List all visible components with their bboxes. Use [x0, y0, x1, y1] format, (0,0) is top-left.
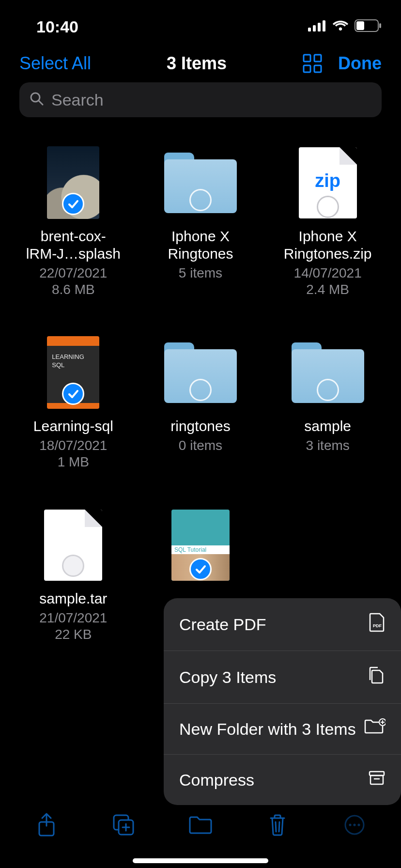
search-icon	[29, 91, 45, 108]
svg-rect-10	[314, 65, 321, 72]
file-name: Learning-sql	[31, 418, 116, 435]
selection-circle	[62, 555, 84, 577]
folder-item[interactable]: ringtones 0 items	[137, 336, 264, 470]
svg-line-12	[39, 101, 43, 105]
selection-circle	[317, 196, 339, 218]
file-size: 1 MB	[58, 454, 89, 470]
svg-point-29	[354, 823, 356, 826]
folder-plus-icon	[364, 718, 386, 740]
status-time: 10:40	[36, 17, 78, 36]
share-button[interactable]	[33, 811, 60, 838]
file-size: 8.6 MB	[52, 282, 95, 297]
file-name: brent-cox-lRM-J…splash	[23, 228, 123, 263]
file-name: Iphone XRingtones.zip	[281, 228, 375, 263]
trash-button[interactable]	[264, 811, 291, 838]
status-indicators	[308, 19, 382, 34]
selection-checkmark-icon	[189, 558, 212, 580]
menu-create-pdf[interactable]: Create PDF PDF	[164, 598, 401, 651]
file-name: sample.tar	[36, 590, 110, 607]
select-all-button[interactable]: Select All	[19, 53, 91, 74]
status-bar: 10:40	[0, 0, 401, 44]
menu-label: Create PDF	[179, 615, 266, 634]
document-thumbnail	[44, 510, 102, 581]
pdf-icon: PDF	[369, 613, 386, 636]
svg-line-26	[279, 822, 279, 832]
file-item[interactable]: brent-cox-lRM-J…splash 22/07/2021 8.6 MB	[10, 146, 137, 297]
more-button[interactable]	[341, 811, 368, 838]
selection-circle	[189, 379, 212, 401]
selection-checkmark-icon	[62, 193, 84, 215]
view-grid-icon[interactable]	[302, 53, 323, 74]
svg-rect-0	[308, 28, 311, 31]
file-date: 21/07/2021	[39, 610, 107, 626]
file-name: ringtones	[168, 418, 233, 435]
zip-label: zip	[299, 170, 357, 191]
file-name: Iphone XRingtones	[165, 228, 236, 263]
svg-line-25	[276, 822, 276, 832]
file-size: 2.4 MB	[306, 282, 349, 297]
file-date: 18/07/2021	[39, 438, 107, 453]
svg-rect-8	[314, 55, 321, 62]
svg-point-28	[349, 823, 352, 826]
search-input[interactable]	[51, 91, 372, 109]
cellular-icon	[308, 20, 326, 33]
svg-rect-2	[318, 23, 321, 31]
file-item[interactable]: zip Iphone XRingtones.zip 14/07/2021 2.4…	[264, 146, 391, 297]
battery-icon	[355, 19, 382, 34]
search-field[interactable]	[19, 82, 382, 117]
archive-icon	[368, 769, 386, 790]
svg-point-30	[358, 823, 360, 826]
file-item[interactable]: LEARNING SQL Learning-sql 18/07/2021 1 M…	[10, 336, 137, 470]
files-grid: brent-cox-lRM-J…splash 22/07/2021 8.6 MB…	[0, 129, 401, 642]
move-button[interactable]	[187, 811, 214, 838]
file-size: 22 KB	[55, 627, 92, 642]
bottom-toolbar	[0, 798, 401, 852]
folder-item[interactable]: Iphone XRingtones 5 items	[137, 146, 264, 297]
svg-rect-7	[304, 55, 310, 62]
duplicate-button[interactable]	[110, 811, 137, 838]
menu-label: New Folder with 3 Items	[179, 720, 356, 739]
folder-count: 0 items	[179, 438, 222, 453]
wifi-icon	[332, 20, 349, 33]
svg-rect-3	[323, 20, 325, 31]
done-button[interactable]: Done	[338, 53, 382, 74]
svg-text:PDF: PDF	[373, 623, 382, 628]
folder-count: 3 items	[306, 438, 350, 453]
file-date: 14/07/2021	[294, 265, 362, 281]
svg-rect-6	[379, 23, 381, 28]
menu-label: Copy 3 Items	[179, 668, 276, 687]
selection-circle	[317, 379, 339, 401]
svg-rect-5	[356, 21, 364, 30]
file-name: sample	[301, 418, 354, 435]
selection-circle	[189, 189, 212, 211]
home-indicator[interactable]	[133, 858, 268, 863]
svg-rect-1	[313, 25, 316, 31]
svg-rect-9	[304, 65, 310, 72]
menu-new-folder[interactable]: New Folder with 3 Items	[164, 704, 401, 755]
menu-compress[interactable]: Compress	[164, 755, 401, 805]
menu-copy[interactable]: Copy 3 Items	[164, 651, 401, 704]
folder-count: 5 items	[179, 265, 222, 281]
svg-rect-18	[370, 775, 383, 784]
folder-item[interactable]: sample 3 items	[264, 336, 391, 470]
nav-bar: Select All 3 Items Done	[0, 44, 401, 82]
nav-title: 3 Items	[167, 53, 227, 74]
selection-checkmark-icon	[62, 383, 84, 405]
context-menu: Create PDF PDF Copy 3 Items New Folder w…	[164, 598, 401, 805]
menu-label: Compress	[179, 771, 254, 790]
copy-icon	[367, 666, 386, 689]
file-item[interactable]: sample.tar 21/07/2021 22 KB	[10, 509, 137, 642]
file-date: 22/07/2021	[39, 265, 107, 281]
